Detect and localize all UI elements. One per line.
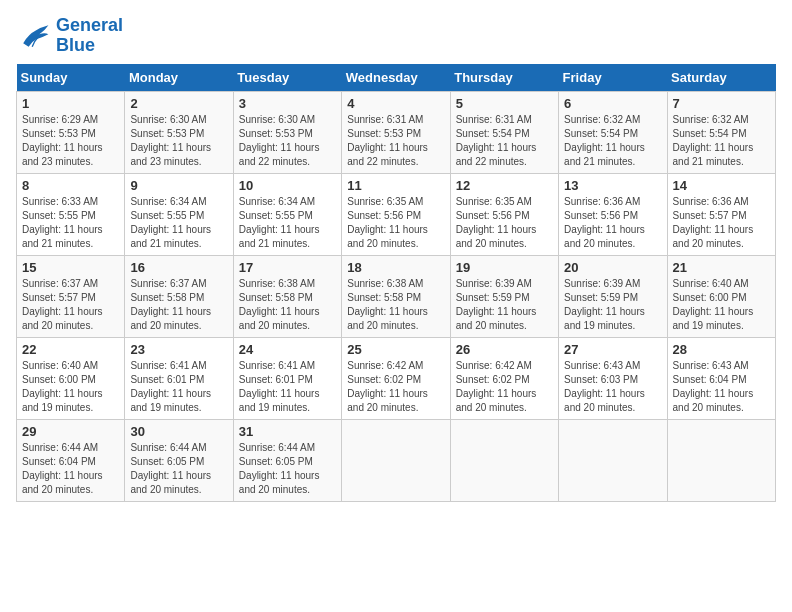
day-of-week-header: Tuesday	[233, 64, 341, 92]
day-number: 25	[347, 342, 444, 357]
day-number: 10	[239, 178, 336, 193]
day-info: Sunrise: 6:42 AM Sunset: 6:02 PM Dayligh…	[347, 359, 444, 415]
day-number: 24	[239, 342, 336, 357]
calendar-day-cell: 24 Sunrise: 6:41 AM Sunset: 6:01 PM Dayl…	[233, 337, 341, 419]
day-info: Sunrise: 6:33 AM Sunset: 5:55 PM Dayligh…	[22, 195, 119, 251]
day-info: Sunrise: 6:34 AM Sunset: 5:55 PM Dayligh…	[130, 195, 227, 251]
calendar-day-cell: 26 Sunrise: 6:42 AM Sunset: 6:02 PM Dayl…	[450, 337, 558, 419]
calendar-week-row: 29 Sunrise: 6:44 AM Sunset: 6:04 PM Dayl…	[17, 419, 776, 501]
day-info: Sunrise: 6:38 AM Sunset: 5:58 PM Dayligh…	[347, 277, 444, 333]
calendar-day-cell: 19 Sunrise: 6:39 AM Sunset: 5:59 PM Dayl…	[450, 255, 558, 337]
day-number: 30	[130, 424, 227, 439]
calendar-day-cell: 3 Sunrise: 6:30 AM Sunset: 5:53 PM Dayli…	[233, 91, 341, 173]
day-number: 28	[673, 342, 770, 357]
calendar-day-cell: 6 Sunrise: 6:32 AM Sunset: 5:54 PM Dayli…	[559, 91, 667, 173]
calendar-day-cell	[667, 419, 775, 501]
calendar-day-cell: 21 Sunrise: 6:40 AM Sunset: 6:00 PM Dayl…	[667, 255, 775, 337]
calendar-day-cell: 5 Sunrise: 6:31 AM Sunset: 5:54 PM Dayli…	[450, 91, 558, 173]
day-info: Sunrise: 6:44 AM Sunset: 6:04 PM Dayligh…	[22, 441, 119, 497]
day-number: 19	[456, 260, 553, 275]
calendar-day-cell: 11 Sunrise: 6:35 AM Sunset: 5:56 PM Dayl…	[342, 173, 450, 255]
calendar-day-cell: 18 Sunrise: 6:38 AM Sunset: 5:58 PM Dayl…	[342, 255, 450, 337]
logo-text: General Blue	[56, 16, 123, 56]
day-info: Sunrise: 6:40 AM Sunset: 6:00 PM Dayligh…	[673, 277, 770, 333]
calendar-day-cell	[559, 419, 667, 501]
logo-icon	[16, 18, 52, 54]
day-info: Sunrise: 6:42 AM Sunset: 6:02 PM Dayligh…	[456, 359, 553, 415]
day-info: Sunrise: 6:37 AM Sunset: 5:57 PM Dayligh…	[22, 277, 119, 333]
calendar-day-cell: 14 Sunrise: 6:36 AM Sunset: 5:57 PM Dayl…	[667, 173, 775, 255]
day-info: Sunrise: 6:30 AM Sunset: 5:53 PM Dayligh…	[130, 113, 227, 169]
day-number: 23	[130, 342, 227, 357]
day-info: Sunrise: 6:44 AM Sunset: 6:05 PM Dayligh…	[130, 441, 227, 497]
day-number: 18	[347, 260, 444, 275]
calendar-day-cell: 20 Sunrise: 6:39 AM Sunset: 5:59 PM Dayl…	[559, 255, 667, 337]
day-info: Sunrise: 6:36 AM Sunset: 5:56 PM Dayligh…	[564, 195, 661, 251]
calendar-week-row: 22 Sunrise: 6:40 AM Sunset: 6:00 PM Dayl…	[17, 337, 776, 419]
day-number: 26	[456, 342, 553, 357]
day-info: Sunrise: 6:44 AM Sunset: 6:05 PM Dayligh…	[239, 441, 336, 497]
day-number: 6	[564, 96, 661, 111]
day-of-week-header: Friday	[559, 64, 667, 92]
calendar-day-cell: 16 Sunrise: 6:37 AM Sunset: 5:58 PM Dayl…	[125, 255, 233, 337]
day-info: Sunrise: 6:35 AM Sunset: 5:56 PM Dayligh…	[456, 195, 553, 251]
day-number: 21	[673, 260, 770, 275]
day-number: 5	[456, 96, 553, 111]
day-of-week-header: Thursday	[450, 64, 558, 92]
day-info: Sunrise: 6:35 AM Sunset: 5:56 PM Dayligh…	[347, 195, 444, 251]
day-info: Sunrise: 6:39 AM Sunset: 5:59 PM Dayligh…	[564, 277, 661, 333]
day-info: Sunrise: 6:43 AM Sunset: 6:03 PM Dayligh…	[564, 359, 661, 415]
day-info: Sunrise: 6:39 AM Sunset: 5:59 PM Dayligh…	[456, 277, 553, 333]
day-info: Sunrise: 6:43 AM Sunset: 6:04 PM Dayligh…	[673, 359, 770, 415]
calendar-day-cell: 7 Sunrise: 6:32 AM Sunset: 5:54 PM Dayli…	[667, 91, 775, 173]
day-number: 16	[130, 260, 227, 275]
day-info: Sunrise: 6:32 AM Sunset: 5:54 PM Dayligh…	[673, 113, 770, 169]
calendar-day-cell: 27 Sunrise: 6:43 AM Sunset: 6:03 PM Dayl…	[559, 337, 667, 419]
calendar-day-cell: 23 Sunrise: 6:41 AM Sunset: 6:01 PM Dayl…	[125, 337, 233, 419]
day-number: 31	[239, 424, 336, 439]
day-number: 22	[22, 342, 119, 357]
calendar-table: SundayMondayTuesdayWednesdayThursdayFrid…	[16, 64, 776, 502]
day-number: 27	[564, 342, 661, 357]
calendar-week-row: 15 Sunrise: 6:37 AM Sunset: 5:57 PM Dayl…	[17, 255, 776, 337]
calendar-day-cell: 15 Sunrise: 6:37 AM Sunset: 5:57 PM Dayl…	[17, 255, 125, 337]
day-of-week-header: Wednesday	[342, 64, 450, 92]
day-number: 13	[564, 178, 661, 193]
day-of-week-header: Sunday	[17, 64, 125, 92]
day-number: 4	[347, 96, 444, 111]
day-info: Sunrise: 6:32 AM Sunset: 5:54 PM Dayligh…	[564, 113, 661, 169]
calendar-day-cell	[342, 419, 450, 501]
calendar-day-cell: 8 Sunrise: 6:33 AM Sunset: 5:55 PM Dayli…	[17, 173, 125, 255]
day-info: Sunrise: 6:37 AM Sunset: 5:58 PM Dayligh…	[130, 277, 227, 333]
calendar-day-cell: 9 Sunrise: 6:34 AM Sunset: 5:55 PM Dayli…	[125, 173, 233, 255]
day-number: 8	[22, 178, 119, 193]
day-number: 7	[673, 96, 770, 111]
day-info: Sunrise: 6:41 AM Sunset: 6:01 PM Dayligh…	[130, 359, 227, 415]
calendar-day-cell: 1 Sunrise: 6:29 AM Sunset: 5:53 PM Dayli…	[17, 91, 125, 173]
calendar-day-cell: 31 Sunrise: 6:44 AM Sunset: 6:05 PM Dayl…	[233, 419, 341, 501]
calendar-day-cell: 22 Sunrise: 6:40 AM Sunset: 6:00 PM Dayl…	[17, 337, 125, 419]
day-number: 17	[239, 260, 336, 275]
calendar-day-cell: 30 Sunrise: 6:44 AM Sunset: 6:05 PM Dayl…	[125, 419, 233, 501]
calendar-day-cell: 4 Sunrise: 6:31 AM Sunset: 5:53 PM Dayli…	[342, 91, 450, 173]
day-number: 14	[673, 178, 770, 193]
day-of-week-header: Monday	[125, 64, 233, 92]
day-info: Sunrise: 6:38 AM Sunset: 5:58 PM Dayligh…	[239, 277, 336, 333]
day-info: Sunrise: 6:30 AM Sunset: 5:53 PM Dayligh…	[239, 113, 336, 169]
day-info: Sunrise: 6:29 AM Sunset: 5:53 PM Dayligh…	[22, 113, 119, 169]
logo: General Blue	[16, 16, 123, 56]
day-number: 12	[456, 178, 553, 193]
calendar-day-cell	[450, 419, 558, 501]
calendar-day-cell: 10 Sunrise: 6:34 AM Sunset: 5:55 PM Dayl…	[233, 173, 341, 255]
day-info: Sunrise: 6:36 AM Sunset: 5:57 PM Dayligh…	[673, 195, 770, 251]
day-of-week-header: Saturday	[667, 64, 775, 92]
day-number: 15	[22, 260, 119, 275]
day-info: Sunrise: 6:41 AM Sunset: 6:01 PM Dayligh…	[239, 359, 336, 415]
day-info: Sunrise: 6:34 AM Sunset: 5:55 PM Dayligh…	[239, 195, 336, 251]
day-number: 2	[130, 96, 227, 111]
day-number: 9	[130, 178, 227, 193]
calendar-week-row: 8 Sunrise: 6:33 AM Sunset: 5:55 PM Dayli…	[17, 173, 776, 255]
calendar-day-cell: 25 Sunrise: 6:42 AM Sunset: 6:02 PM Dayl…	[342, 337, 450, 419]
day-info: Sunrise: 6:31 AM Sunset: 5:53 PM Dayligh…	[347, 113, 444, 169]
calendar-day-cell: 28 Sunrise: 6:43 AM Sunset: 6:04 PM Dayl…	[667, 337, 775, 419]
